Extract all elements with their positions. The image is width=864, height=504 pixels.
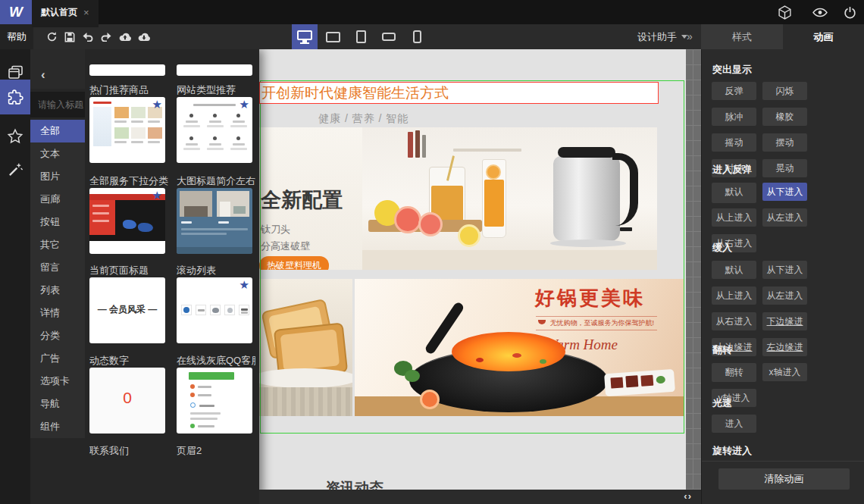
plugin-thumb-big-image-slider[interactable] bbox=[177, 188, 252, 254]
category-item-all[interactable]: 全部 bbox=[30, 120, 85, 142]
hero-button[interactable]: 热破壁料理机 bbox=[259, 256, 329, 270]
hero-section[interactable]: 全新配置 钛刀头 分高速破壁 热破壁料理机 bbox=[259, 127, 657, 270]
favorite-star-icon[interactable]: ★ bbox=[239, 99, 249, 110]
page-tab[interactable]: 默认首页 × bbox=[32, 0, 99, 27]
anim-button[interactable]: 下边缘进 bbox=[762, 312, 807, 330]
collapse-panel-arrows[interactable]: » bbox=[687, 24, 693, 49]
anim-button[interactable]: 晃动 bbox=[762, 159, 807, 177]
plugin-label: 热门推荐商品 bbox=[89, 83, 168, 97]
category-item[interactable]: 图片 bbox=[30, 165, 85, 188]
plugins-puzzle-icon[interactable] bbox=[0, 80, 30, 114]
tab-animation[interactable]: 动画 bbox=[783, 24, 864, 49]
anim-button[interactable]: 闪烁 bbox=[762, 82, 807, 100]
anim-button[interactable]: 从右进入 bbox=[712, 312, 756, 330]
category-item[interactable]: 留言 bbox=[30, 256, 85, 279]
banner-section[interactable]: 好锅更美味 无忧购物，至诚服务为你保驾护航! Warm Home bbox=[259, 279, 684, 416]
anim-button[interactable]: 从上进入 bbox=[712, 286, 756, 305]
table-surface bbox=[362, 250, 657, 270]
power-icon[interactable] bbox=[841, 5, 858, 19]
wok-banner: 好锅更美味 无忧购物，至诚服务为你保驾护航! Warm Home bbox=[355, 279, 684, 416]
sample-number: 0 bbox=[89, 389, 165, 407]
food-image bbox=[114, 127, 129, 139]
plugin-thumb-page-title[interactable]: — 会员风采 — bbox=[89, 277, 165, 343]
favorite-star-icon[interactable]: ★ bbox=[152, 99, 162, 110]
page-subtitle[interactable]: 健康 / 营养 / 智能 bbox=[318, 112, 409, 126]
sample-title-text: — 会员风采 — bbox=[89, 303, 165, 316]
anim-button[interactable]: 从上进入 bbox=[712, 208, 756, 227]
page-title-element[interactable]: 开创新时代健康智能生活方式 bbox=[259, 82, 659, 104]
plugin-thumb-qq-service[interactable] bbox=[177, 368, 252, 434]
anim-button[interactable]: x轴进入 bbox=[762, 363, 807, 381]
anim-button[interactable]: 翻转 bbox=[712, 363, 756, 381]
category-item[interactable]: 列表 bbox=[30, 279, 85, 302]
preview-eye-icon[interactable] bbox=[812, 5, 828, 19]
refresh-icon[interactable] bbox=[44, 30, 59, 43]
anim-button[interactable]: 摇动 bbox=[712, 133, 756, 152]
tab-close-icon[interactable]: × bbox=[83, 7, 89, 18]
favorites-star-icon[interactable] bbox=[0, 121, 30, 152]
anim-button[interactable]: 摆动 bbox=[762, 133, 807, 152]
device-desktop-button[interactable] bbox=[292, 24, 318, 49]
plugin-label: 联系我们 bbox=[89, 444, 168, 458]
device-phone-portrait-button[interactable] bbox=[404, 24, 430, 49]
save-icon[interactable] bbox=[62, 30, 77, 43]
category-item[interactable]: 按钮 bbox=[30, 211, 85, 233]
device-phone-landscape-button[interactable] bbox=[376, 24, 402, 49]
device-tablet-landscape-button[interactable] bbox=[320, 24, 346, 49]
category-list: 全部 文本 图片 画廊 按钮 其它 留言 列表 详情 分类 广告 选项卡 导航 … bbox=[30, 120, 85, 438]
category-item[interactable]: 选项卡 bbox=[30, 370, 85, 393]
wok-banner-title: 好锅更美味 bbox=[535, 285, 645, 311]
flip-buttons: 翻转 x轴进入 y轴进入 bbox=[712, 363, 863, 415]
cloud-upload-icon[interactable] bbox=[117, 30, 133, 43]
bounce-in-buttons: 默认 从下进入 从上进入 从左进入 从右进入 bbox=[712, 183, 863, 260]
category-item[interactable]: 其它 bbox=[30, 233, 85, 256]
category-item[interactable]: 画廊 bbox=[30, 188, 85, 211]
undo-icon[interactable] bbox=[80, 30, 95, 43]
category-item[interactable]: 文本 bbox=[30, 142, 85, 165]
design-canvas[interactable]: 开创新时代健康智能生活方式 健康 / 营养 / 智能 全新配置 钛刀头 分高速破… bbox=[259, 49, 686, 504]
anim-button[interactable]: 进入 bbox=[712, 415, 756, 433]
plugin-thumb-hot-products[interactable]: ★ bbox=[89, 97, 165, 163]
anim-button[interactable]: 反弹 bbox=[712, 82, 756, 100]
clear-animation-button[interactable]: 清除动画 bbox=[718, 468, 850, 490]
redo-icon[interactable] bbox=[99, 30, 114, 43]
anim-button-selected[interactable]: 从下进入 bbox=[762, 183, 807, 201]
category-item[interactable]: 分类 bbox=[30, 324, 85, 347]
plugin-thumb-scroll-list[interactable]: ★ bbox=[177, 277, 252, 343]
tab-style[interactable]: 样式 bbox=[701, 24, 783, 49]
anim-button[interactable]: 脉冲 bbox=[712, 108, 756, 126]
favorite-star-icon[interactable]: ★ bbox=[239, 279, 249, 290]
room-photo bbox=[217, 191, 249, 217]
anim-button[interactable]: 左边缘进 bbox=[762, 338, 807, 356]
anim-button[interactable]: 从下进入 bbox=[762, 261, 807, 279]
section-title-ease-in: 缓入 bbox=[712, 241, 732, 255]
plugin-thumb-dropdown-category[interactable]: ★ bbox=[89, 188, 165, 254]
category-item[interactable]: 详情 bbox=[30, 302, 85, 324]
app-logo[interactable]: W bbox=[0, 0, 32, 24]
room-photo bbox=[180, 191, 212, 217]
plugin-thumb-partial[interactable] bbox=[89, 64, 165, 76]
toolbar: 帮助 设计助手 » 样式 动画 bbox=[0, 24, 864, 49]
code-view-icon[interactable]: ‹› bbox=[684, 490, 692, 502]
plugin-thumb-site-types[interactable]: ★ bbox=[177, 97, 252, 163]
category-item[interactable]: 导航 bbox=[30, 393, 85, 415]
components-cube-icon[interactable] bbox=[776, 5, 793, 19]
section-title-flip: 翻转 bbox=[712, 343, 732, 357]
anim-button[interactable]: 默认 bbox=[712, 183, 756, 201]
category-item[interactable]: 组件 bbox=[30, 415, 85, 438]
favorite-star-icon[interactable]: ★ bbox=[152, 189, 162, 201]
anim-button[interactable]: 橡胶 bbox=[762, 108, 807, 126]
plugin-thumb-dynamic-number[interactable]: 0 bbox=[89, 368, 165, 434]
design-assistant-dropdown[interactable]: 设计助手 bbox=[637, 24, 687, 49]
anim-button[interactable]: 默认 bbox=[712, 261, 756, 279]
plugin-thumb-partial[interactable] bbox=[177, 64, 252, 76]
cloud-download-icon[interactable] bbox=[136, 30, 152, 43]
hero-heading: 全新配置 bbox=[261, 186, 343, 214]
category-item[interactable]: 广告 bbox=[30, 347, 85, 370]
device-tablet-portrait-button[interactable] bbox=[348, 24, 374, 49]
anim-button[interactable]: 从左进入 bbox=[762, 286, 807, 305]
anim-button[interactable]: 从左进入 bbox=[762, 208, 807, 227]
magic-wand-icon[interactable] bbox=[0, 154, 30, 184]
help-button[interactable]: 帮助 bbox=[0, 24, 33, 49]
canvas-scroll-ruler[interactable] bbox=[686, 49, 701, 504]
